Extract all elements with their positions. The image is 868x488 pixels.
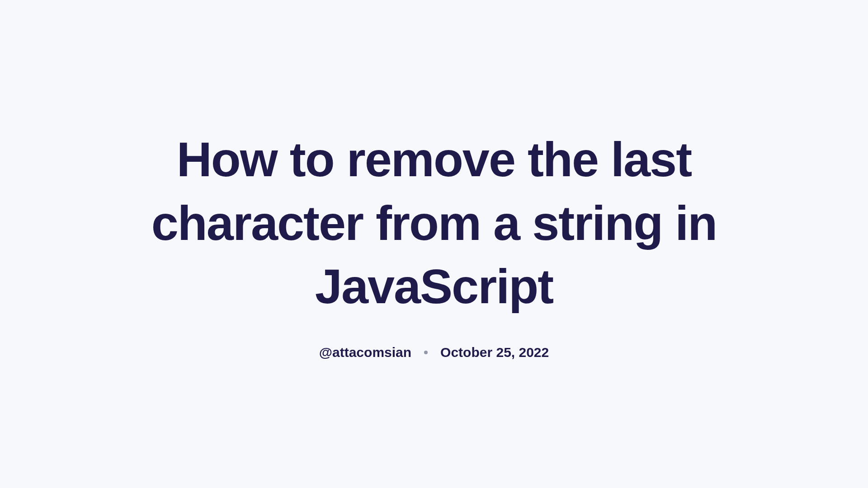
article-author: @attacomsian: [319, 345, 411, 360]
article-date: October 25, 2022: [440, 345, 549, 360]
separator-dot: [424, 351, 428, 354]
article-title: How to remove the last character from a …: [118, 128, 750, 318]
article-card: How to remove the last character from a …: [118, 128, 750, 360]
article-meta: @attacomsian October 25, 2022: [118, 345, 750, 360]
